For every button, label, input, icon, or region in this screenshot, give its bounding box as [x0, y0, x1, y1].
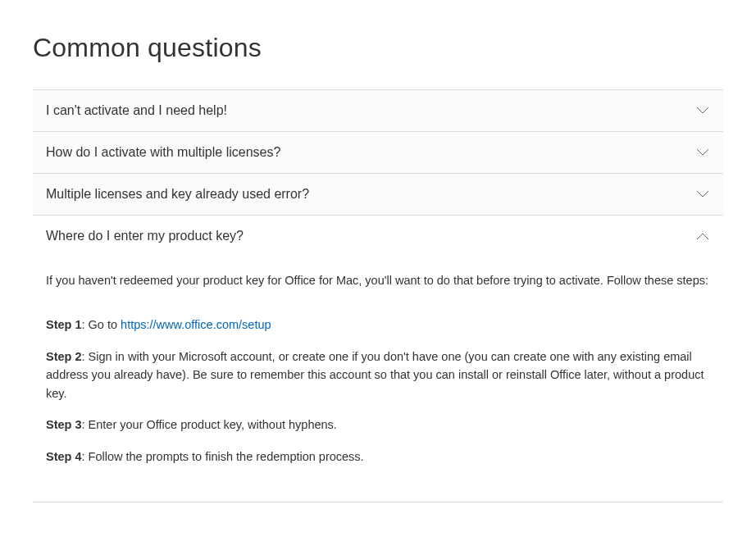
accordion-header-product-key[interactable]: Where do I enter my product key?	[33, 216, 723, 257]
chevron-up-icon	[695, 229, 710, 243]
step-text: : Follow the prompts to finish the redem…	[82, 450, 364, 463]
accordion-header-cant-activate[interactable]: I can't activate and I need help!	[33, 90, 723, 131]
step-label: Step 3	[46, 418, 82, 431]
accordion-header-multiple-licenses[interactable]: How do I activate with multiple licenses…	[33, 132, 723, 173]
chevron-down-icon	[695, 145, 710, 160]
chevron-down-icon	[695, 103, 710, 118]
step-1: Step 1: Go to https://www.office.com/set…	[46, 316, 710, 334]
step-text: : Enter your Office product key, without…	[82, 418, 337, 431]
step-label: Step 1	[46, 318, 82, 331]
accordion-item-key-used: Multiple licenses and key already used e…	[33, 174, 723, 216]
step-prefix: : Go to	[82, 318, 121, 331]
accordion-item-cant-activate: I can't activate and I need help!	[33, 90, 723, 132]
intro-text: If you haven't redeemed your product key…	[46, 271, 710, 289]
accordion-header-key-used[interactable]: Multiple licenses and key already used e…	[33, 174, 723, 215]
chevron-down-icon	[695, 187, 710, 202]
accordion-title: Where do I enter my product key?	[46, 229, 244, 243]
step-label: Step 2	[46, 350, 82, 363]
step-4: Step 4: Follow the prompts to finish the…	[46, 448, 710, 466]
accordion-item-multiple-licenses: How do I activate with multiple licenses…	[33, 132, 723, 174]
accordion-content-product-key: If you haven't redeemed your product key…	[33, 257, 723, 502]
accordion-title: I can't activate and I need help!	[46, 103, 227, 118]
step-text: : Sign in with your Microsoft account, o…	[46, 350, 704, 400]
step-2: Step 2: Sign in with your Microsoft acco…	[46, 348, 710, 402]
accordion-title: Multiple licenses and key already used e…	[46, 187, 309, 202]
faq-accordion: I can't activate and I need help! How do…	[33, 89, 723, 502]
step-3: Step 3: Enter your Office product key, w…	[46, 416, 710, 434]
page-title: Common questions	[33, 33, 723, 63]
step-label: Step 4	[46, 450, 82, 463]
accordion-item-product-key: Where do I enter my product key? If you …	[33, 216, 723, 502]
setup-link[interactable]: https://www.office.com/setup	[121, 318, 271, 331]
accordion-title: How do I activate with multiple licenses…	[46, 145, 280, 160]
